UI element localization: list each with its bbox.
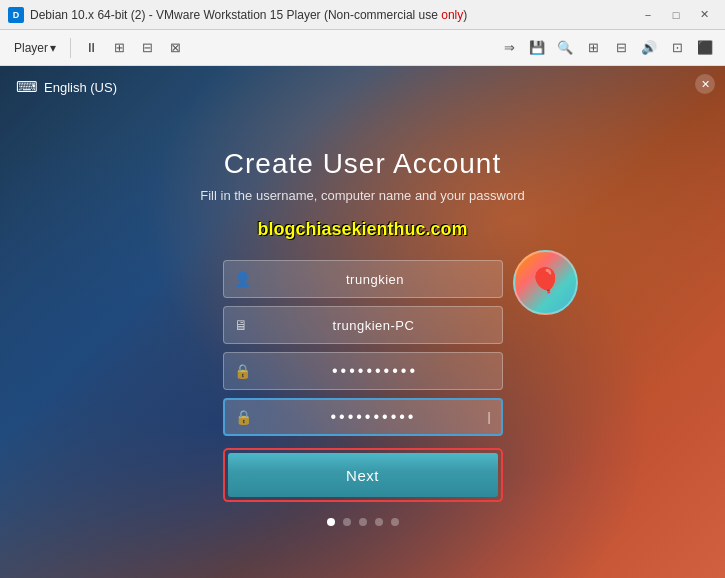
- toolbar-right-btn-3[interactable]: 🔍: [553, 36, 577, 60]
- window-controls: − □ ✕: [635, 5, 717, 25]
- password-field[interactable]: 🔒 ••••••••••: [223, 352, 503, 390]
- dot-5: [391, 518, 399, 526]
- toolbar-right-btn-4[interactable]: ⊞: [581, 36, 605, 60]
- vm-close-button[interactable]: ✕: [695, 74, 715, 94]
- confirm-password-value: ••••••••••: [260, 408, 488, 426]
- window-title: Debian 10.x 64-bit (2) - VMware Workstat…: [30, 8, 635, 22]
- player-menu[interactable]: Player ▾: [8, 38, 62, 58]
- computername-field[interactable]: 🖥 trungkien-PC: [223, 306, 503, 344]
- dot-2: [343, 518, 351, 526]
- password-value: ••••••••••: [259, 362, 492, 380]
- computer-icon: 🖥: [234, 317, 248, 333]
- dot-1: [327, 518, 335, 526]
- dot-3: [359, 518, 367, 526]
- avatar-container: 🎈: [513, 250, 578, 315]
- page-title: Create User Account: [143, 148, 583, 180]
- toolbar-right-btn-6[interactable]: 🔊: [637, 36, 661, 60]
- username-value: trungkien: [259, 272, 492, 287]
- form-section: 🎈 👤 trungkien 🖥 trungkien-PC 🔒 •••••••••…: [143, 260, 583, 502]
- lock-icon-1: 🔒: [234, 363, 251, 379]
- keyboard-icon: ⌨: [16, 78, 38, 96]
- titlebar: D Debian 10.x 64-bit (2) - VMware Workst…: [0, 0, 725, 30]
- toolbar-right-btn-2[interactable]: 💾: [525, 36, 549, 60]
- toolbar-right-btn-5[interactable]: ⊟: [609, 36, 633, 60]
- confirm-password-field[interactable]: 🔒 •••••••••• |: [223, 398, 503, 436]
- progress-dots: [143, 518, 583, 526]
- next-button[interactable]: Next: [228, 453, 498, 497]
- lock-icon-2: 🔒: [235, 409, 252, 425]
- language-label: English (US): [44, 80, 117, 95]
- toolbar-right-btn-1[interactable]: ⇒: [497, 36, 521, 60]
- app-icon: D: [8, 7, 24, 23]
- dot-4: [375, 518, 383, 526]
- pause-button[interactable]: ⏸: [79, 36, 103, 60]
- form-fields: 🎈 👤 trungkien 🖥 trungkien-PC 🔒 •••••••••…: [223, 260, 503, 502]
- username-field[interactable]: 👤 trungkien: [223, 260, 503, 298]
- avatar: 🎈: [513, 250, 578, 315]
- minimize-button[interactable]: −: [635, 5, 661, 25]
- watermark: blogchiasekienthuc.com: [143, 219, 583, 240]
- user-icon: 👤: [234, 271, 251, 287]
- toolbar-btn-3[interactable]: ⊟: [135, 36, 159, 60]
- toolbar-right-btn-8[interactable]: ⬛: [693, 36, 717, 60]
- close-button[interactable]: ✕: [691, 5, 717, 25]
- toolbar-btn-2[interactable]: ⊞: [107, 36, 131, 60]
- maximize-button[interactable]: □: [663, 5, 689, 25]
- vmware-toolbar: Player ▾ ⏸ ⊞ ⊟ ⊠ ⇒ 💾 🔍 ⊞ ⊟ 🔊 ⊡ ⬛: [0, 30, 725, 66]
- toolbar-btn-4[interactable]: ⊠: [163, 36, 187, 60]
- content-panel: Create User Account Fill in the username…: [143, 148, 583, 526]
- toolbar-separator: [70, 38, 71, 58]
- toolbar-right: ⇒ 💾 🔍 ⊞ ⊟ 🔊 ⊡ ⬛: [497, 36, 717, 60]
- computername-value: trungkien-PC: [256, 318, 492, 333]
- toolbar-right-btn-7[interactable]: ⊡: [665, 36, 689, 60]
- next-button-wrapper: Next: [223, 448, 503, 502]
- page-subtitle: Fill in the username, computer name and …: [143, 188, 583, 203]
- vm-display[interactable]: ⌨ English (US) ✕ Create User Account Fil…: [0, 66, 725, 578]
- next-button-border: Next: [223, 448, 503, 502]
- cursor-caret: |: [487, 410, 490, 424]
- language-selector[interactable]: ⌨ English (US): [16, 78, 117, 96]
